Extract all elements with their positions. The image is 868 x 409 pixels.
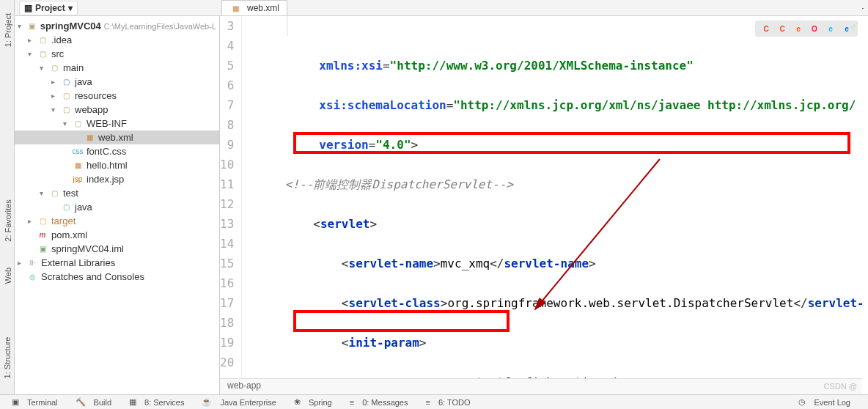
test-java-folder[interactable]: ▢java [15,200,219,214]
breadcrumb[interactable]: web-app [220,378,862,394]
editor-tab-bar: ▦ web.xml [220,0,862,16]
java-folder[interactable]: ▸▢java [15,75,219,89]
fontc-file[interactable]: cssfontC.css [15,144,219,158]
highlight-url-pattern [293,310,510,332]
spring-tab[interactable]: ❀ Spring [288,397,344,407]
javaee-tab[interactable]: ☕ Java Enterprise [196,397,287,407]
messages-tab[interactable]: ≡ 0: Messages [344,398,420,407]
indexjsp-file[interactable]: jspindex.jsp [15,172,219,186]
edge-icon[interactable]: e [841,23,853,34]
project-root[interactable]: ▾▣ springMVC04 C:\MyLearningFiles\JavaWe… [15,19,219,33]
eventlog-tab[interactable]: ◷ Event Log [792,397,862,407]
project-tree-panel: ▾▣ springMVC04 C:\MyLearningFiles\JavaWe… [15,16,220,394]
code-editor[interactable]: 34567891011121314151617181920 xmlns:xsi=… [220,16,862,378]
main-folder[interactable]: ▾▢main [15,61,219,75]
dropdown-arrow-icon: ▾ [68,3,73,13]
line-gutter: 34567891011121314151617181920 [220,16,242,378]
code-content[interactable]: xmlns:xsi="http://www.w3.org/2001/XMLSch… [242,16,862,378]
brave-icon[interactable]: C [776,23,788,34]
resources-folder[interactable]: ▸▢resources [15,89,219,103]
iml-file[interactable]: ▣springMVC04.iml [15,242,219,256]
browser-icons: C C e O e e [755,21,858,37]
build-tab[interactable]: 🔨 Build [70,397,123,407]
terminal-tab[interactable]: ▣ Terminal [6,397,70,407]
todo-tab[interactable]: ≡ 6: TODO [420,398,482,407]
hello-file[interactable]: ▦hello.html [15,158,219,172]
services-tab[interactable]: ▦ 8: Services [123,397,196,407]
editor-area: ▦ web.xml ✔ C C e O e e 3456789101112131… [220,0,862,394]
favorites-tab[interactable]: 2: Favorites [4,199,12,241]
target-folder[interactable]: ▸▢target [15,214,219,228]
left-toolwindow-bar: 1: Project 2: Favorites Web 1: Structure [0,0,15,409]
web-tab[interactable]: Web [4,268,12,284]
xml-file-icon: ▦ [229,2,241,14]
external-libraries[interactable]: ▸⊪External Libraries [15,256,219,270]
project-icon: ▦ [24,3,32,13]
project-tab[interactable]: 1: Project [4,13,12,47]
watermark: CSDN @ [824,382,857,391]
pom-file[interactable]: mpom.xml [15,228,219,242]
bottom-toolbar: ▣ Terminal 🔨 Build ▦ 8: Services ☕ Java … [0,394,868,409]
src-folder[interactable]: ▾▢src [15,47,219,61]
opera-icon[interactable]: O [809,23,820,34]
tab-webxml[interactable]: ▦ web.xml [221,0,287,15]
scratches[interactable]: ◎Scratches and Consoles [15,270,219,284]
chrome-icon[interactable]: C [760,23,772,34]
webinf-folder[interactable]: ▾▢WEB-INF [15,117,219,130]
webapp-folder[interactable]: ▾▢webapp [15,103,219,117]
project-dropdown[interactable]: ▦ Project ▾ [19,1,78,15]
ie-icon[interactable]: e [825,23,836,34]
firefox-icon[interactable]: e [792,23,804,34]
webxml-file[interactable]: ▦web.xml [15,130,219,144]
test-folder[interactable]: ▾▢test [15,186,219,200]
structure-tab[interactable]: 1: Structure [3,337,12,379]
idea-folder[interactable]: ▸▢.idea [15,33,219,47]
